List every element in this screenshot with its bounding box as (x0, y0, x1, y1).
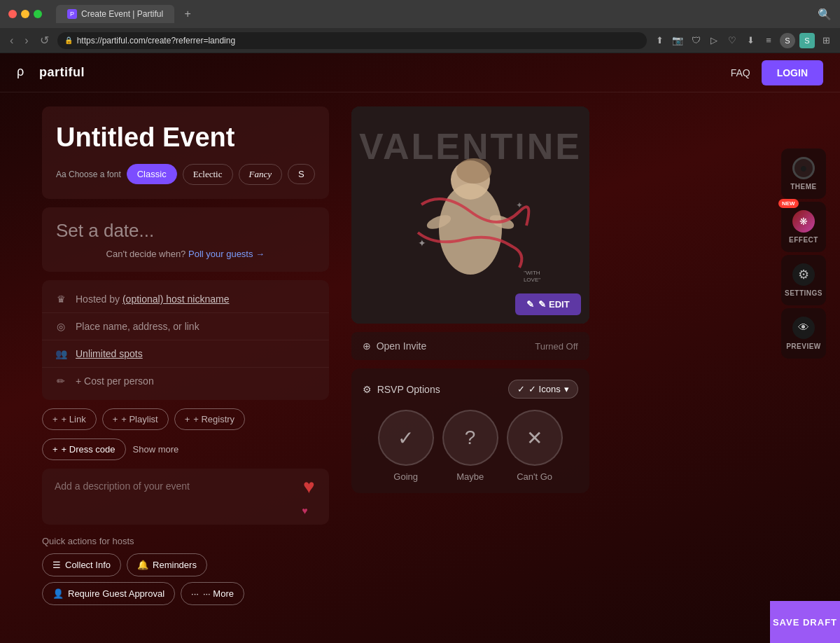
cantgo-circle[interactable]: ✕ (507, 410, 563, 466)
hosted-by-row[interactable]: ♛ Hosted by (optional) host nickname (42, 286, 329, 313)
effect-tool-button[interactable]: NEW ❋ EFFECT (781, 202, 826, 252)
download-icon[interactable]: ⬇ (743, 34, 757, 48)
description-card[interactable]: Add a description of your event ♥ ♥ (42, 469, 329, 525)
camera-icon[interactable]: 📷 (671, 34, 685, 48)
address-bar[interactable]: 🔒 https://partiful.com/create?referrer=l… (57, 32, 647, 49)
dress-code-button[interactable]: + + Dress code (42, 438, 126, 460)
require-approval-button[interactable]: 👤 Require Guest Approval (42, 582, 175, 605)
event-details-card: ♛ Hosted by (optional) host nickname ◎ P… (42, 280, 329, 400)
save-draft-button[interactable]: SAVE DRAFT (770, 601, 840, 643)
maximize-button[interactable] (34, 10, 42, 18)
shield-icon[interactable]: 🛡 (689, 34, 703, 48)
rsvp-icons-button[interactable]: ✓ ✓ Icons ▾ (508, 380, 578, 399)
partiful-logo-icon: ρ (17, 64, 34, 81)
traffic-lights (8, 10, 42, 18)
back-button[interactable]: ‹ (7, 33, 16, 48)
new-badge: NEW (778, 199, 799, 208)
font-eclectic-button[interactable]: Eclectic (183, 164, 233, 185)
login-button[interactable]: LOGIN (762, 60, 823, 85)
svg-text:✦: ✦ (516, 200, 523, 210)
cost-row[interactable]: ✏ + Cost per person (42, 368, 329, 394)
collect-info-button[interactable]: ☰ Collect Info (42, 553, 121, 576)
show-more-row: + + Dress code Show more (42, 438, 329, 460)
browser-chrome: P Create Event | Partiful + 🔍 ‹ › ↺ 🔒 ht… (0, 0, 840, 53)
tab-title: Create Event | Partiful (81, 9, 163, 19)
date-placeholder[interactable]: Set a date... (56, 220, 315, 242)
cost-icon: ✏ (55, 375, 67, 387)
date-card[interactable]: Set a date... Can't decide when? Poll yo… (42, 207, 329, 272)
settings-tool-button[interactable]: ⚙ SETTINGS (781, 255, 826, 305)
font-selector: Aa Choose a font Classic Eclectic Fancy … (56, 164, 315, 185)
theme-icon: ● (792, 157, 815, 179)
forward-button[interactable]: › (22, 33, 31, 48)
font-fancy-button[interactable]: Fancy (239, 164, 282, 185)
more-icon: ··· (191, 588, 199, 599)
people-icon: 👥 (55, 347, 67, 360)
play-icon[interactable]: ▷ (707, 34, 721, 48)
titlebar-search-icon[interactable]: 🔍 (818, 8, 832, 21)
quick-actions-row-1: ☰ Collect Info 🔔 Reminders (42, 553, 329, 576)
open-invite-icon: ⊕ (363, 340, 371, 352)
host-nickname-link[interactable]: (optional) host nickname (122, 293, 230, 305)
maybe-circle[interactable]: ? (442, 410, 498, 466)
edit-image-button[interactable]: ✎ ✎ EDIT (515, 293, 580, 315)
preview-eye-icon: 👁 (792, 317, 815, 339)
settings-label: SETTINGS (785, 289, 822, 297)
settings-gear-icon: ⚙ (792, 263, 815, 286)
cost-text: + Cost per person (76, 375, 154, 387)
location-row[interactable]: ◎ Place name, address, or link (42, 313, 329, 340)
font-more-button[interactable]: S (288, 164, 315, 184)
location-text: Place name, address, or link (76, 321, 200, 332)
heart-icon[interactable]: ♡ (725, 34, 739, 48)
playlist-button[interactable]: + + Playlist (102, 408, 169, 430)
menu-icon[interactable]: ≡ (762, 34, 776, 48)
show-more-button[interactable]: Show more (133, 444, 179, 455)
svg-text:LOVE": LOVE" (524, 277, 540, 283)
font-classic-button[interactable]: Classic (127, 164, 177, 184)
reminders-button[interactable]: 🔔 Reminders (127, 553, 207, 576)
quick-actions-title: Quick actions for hosts (42, 536, 329, 546)
preview-tool-button[interactable]: 👁 PREVIEW (781, 308, 826, 359)
event-title[interactable]: Untitled Event (56, 123, 315, 153)
description-placeholder: Add a description of your event (55, 480, 190, 492)
minimize-button[interactable] (21, 10, 29, 18)
side-toolbar: ● THEME NEW ❋ EFFECT ⚙ SETTINGS 👁 PREVIE… (781, 148, 826, 359)
playlist-icon: + (113, 414, 118, 424)
active-tab[interactable]: P Create Event | Partiful (56, 5, 174, 23)
rsvp-cantgo-option[interactable]: ✕ Can't Go (507, 410, 563, 482)
registry-button[interactable]: + + Registry (174, 408, 245, 430)
refresh-button[interactable]: ↺ (37, 32, 52, 48)
close-button[interactable] (8, 10, 17, 18)
rsvp-maybe-option[interactable]: ? Maybe (442, 410, 498, 482)
profile-avatar[interactable]: S (780, 33, 795, 48)
unlimited-spots-link[interactable]: Unlimited spots (76, 348, 143, 359)
theme-label: THEME (790, 183, 817, 191)
hosted-by-text: Hosted by (optional) host nickname (76, 293, 229, 305)
theme-tool-button[interactable]: ● THEME (781, 148, 826, 199)
content-area: Untitled Event Aa Choose a font Classic … (0, 92, 840, 643)
going-circle[interactable]: ✓ (378, 410, 434, 466)
svg-text:"WITH: "WITH (524, 270, 540, 276)
approval-icon: 👤 (52, 588, 64, 599)
new-tab-button[interactable]: + (180, 6, 195, 22)
spots-row[interactable]: 👥 Unlimited spots (42, 340, 329, 368)
rsvp-header: ⚙ RSVP Options ✓ ✓ Icons ▾ (363, 380, 578, 399)
poll-text: Can't decide when? Poll your guests → (56, 249, 315, 259)
app-container: ρ partiful FAQ LOGIN Untitled Event Aa C… (0, 53, 840, 643)
rsvp-going-option[interactable]: ✓ Going (378, 410, 434, 482)
faq-link[interactable]: FAQ (731, 67, 750, 78)
open-invite-row[interactable]: ⊕ Open Invite Turned Off (351, 332, 589, 360)
cantgo-label: Can't Go (517, 471, 552, 482)
partiful-logo-text: partiful (39, 65, 85, 80)
extension-icon[interactable]: S (799, 33, 815, 48)
link-button[interactable]: + + Link (42, 408, 97, 430)
extensions-icon[interactable]: ⊞ (819, 34, 833, 48)
more-button[interactable]: ··· ··· More (181, 582, 244, 605)
rsvp-title: ⚙ RSVP Options (363, 384, 440, 395)
app-header: ρ partiful FAQ LOGIN (0, 53, 840, 92)
open-invite-label: ⊕ Open Invite (363, 340, 427, 352)
font-label: Aa Choose a font (56, 170, 121, 179)
poll-guests-link[interactable]: Poll your guests → (188, 249, 265, 259)
share-icon[interactable]: ⬆ (652, 34, 666, 48)
event-title-card: Untitled Event Aa Choose a font Classic … (42, 106, 329, 199)
